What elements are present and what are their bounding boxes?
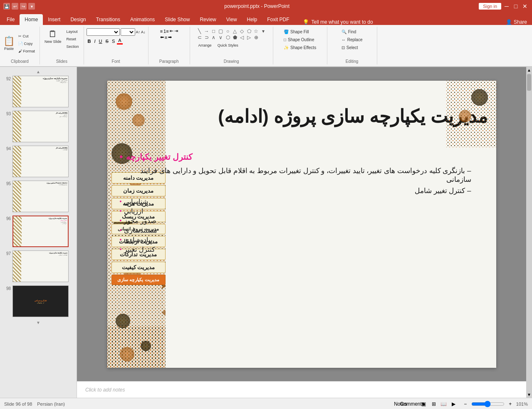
tab-file[interactable]: File — [2, 14, 20, 25]
slide-thumb-95[interactable]: 95 Project charter منشور پروژه محتوا و ا… — [2, 180, 75, 213]
reset-button[interactable]: Reset — [64, 36, 81, 42]
shape-more[interactable]: ▾ — [260, 28, 267, 34]
align-right-button[interactable]: ➡ — [168, 35, 172, 40]
decrease-indent-button[interactable]: ⇤ — [170, 28, 173, 34]
tab-home[interactable]: Home — [20, 14, 43, 25]
replace-button[interactable]: ↔ Replace — [339, 36, 365, 43]
normal-view-button[interactable]: ▣ — [420, 400, 428, 408]
slideshow-button[interactable]: ▶ — [450, 400, 458, 408]
tab-view[interactable]: View — [221, 14, 242, 25]
font-size-select[interactable] — [121, 28, 135, 36]
slide-thumb-94[interactable]: 94 (SOW) برنامه کار اطلاعات — [2, 145, 75, 178]
strikethrough-button[interactable]: S — [104, 38, 110, 44]
slide-canvas[interactable]: ➤ ◆ مدیریت دامنه مدیریت زمان مدیریت هزین… — [107, 81, 496, 368]
scroll-up-button[interactable]: ▲ — [2, 69, 75, 75]
shape-3[interactable]: ⊃ — [203, 35, 210, 40]
shape-line[interactable]: ╲ — [196, 28, 203, 34]
tab-foxit[interactable]: Foxit PDF — [262, 14, 294, 25]
shape-4[interactable]: ∧ — [210, 35, 217, 40]
slide-sorter-button[interactable]: ⊞ — [430, 400, 438, 408]
align-center-button[interactable]: ≡ — [165, 35, 167, 40]
layout-button[interactable]: Layout — [64, 28, 81, 35]
bold-button[interactable]: B — [87, 38, 92, 44]
paste-button[interactable]: 📋 Paste — [2, 36, 15, 52]
reading-view-button[interactable]: 📖 — [440, 400, 448, 408]
shape-5[interactable]: ∨ — [218, 35, 224, 40]
shape-star[interactable]: ☆ — [253, 28, 260, 34]
shape-8[interactable]: ◁ — [239, 35, 245, 40]
align-left-button[interactable]: ⬅ — [160, 35, 164, 40]
tab-design[interactable]: Design — [65, 14, 91, 25]
font-color-button[interactable]: A — [117, 37, 122, 45]
font-family-select[interactable] — [87, 28, 120, 36]
settings-icon[interactable]: ▾ — [28, 3, 35, 10]
new-slide-button[interactable]: 🗒 New Slide — [42, 28, 64, 45]
underline-button[interactable]: U — [98, 38, 104, 44]
format-painter-button[interactable]: 🖌 Format — [16, 48, 37, 55]
numbering-button[interactable]: 1≡ — [163, 28, 169, 34]
arrange-button[interactable]: Arrange — [196, 42, 214, 49]
bullets-button[interactable]: ≡ — [160, 28, 163, 34]
select-button[interactable]: ⊡ Select — [339, 44, 360, 51]
shape-parallelogram[interactable]: ◇ — [239, 28, 245, 34]
shape-rounded-rect[interactable]: ▢ — [218, 28, 224, 34]
shape-7[interactable]: ⬟ — [232, 35, 238, 40]
tab-transitions[interactable]: Transitions — [91, 14, 125, 25]
scroll-down-button[interactable]: ▼ — [2, 320, 75, 326]
tab-slideshow[interactable]: Slide Show — [160, 14, 195, 25]
increase-indent-button[interactable]: ⇥ — [174, 28, 178, 34]
quick-styles-button[interactable]: Quick Styles — [215, 42, 240, 49]
slide-preview-92: مدیریت یکپارچه سازی پروژه • کنترل تغییر … — [12, 76, 69, 107]
increase-font-button[interactable]: A↑ — [136, 28, 141, 36]
slide-thumb-97[interactable]: 97 مدیریت یکپارچه سازی پروژه اطلاعات اضا… — [2, 250, 75, 283]
shape-rect[interactable]: □ — [210, 28, 217, 34]
shape-6[interactable]: ⬡ — [225, 35, 231, 40]
shape-arrow[interactable]: → — [203, 28, 210, 34]
share-button[interactable]: 👤 Share — [501, 19, 532, 25]
italic-button[interactable]: I — [93, 38, 97, 44]
shape-outline-button[interactable]: □ Shape Outline — [282, 36, 316, 43]
maximize-button[interactable]: □ — [512, 2, 520, 10]
slide-thumb-96[interactable]: 96 مدیریت یکپارچه سازی پروژه • کنترل تغی… — [2, 215, 75, 248]
scroll-thumb[interactable] — [527, 74, 531, 91]
save-icon[interactable]: 💾 — [3, 3, 10, 10]
section-button[interactable]: Section — [64, 43, 81, 50]
minimize-button[interactable]: ─ — [503, 2, 510, 10]
zoom-slider[interactable] — [471, 401, 505, 407]
scroll-up-arrow[interactable]: ▲ — [526, 67, 532, 73]
close-button[interactable]: ✕ — [521, 2, 529, 10]
shape-pentagon[interactable]: ⬠ — [246, 28, 252, 34]
tab-insert[interactable]: Insert — [43, 14, 65, 25]
filename-label: powerpoint.pptx - PowerPoint — [224, 3, 290, 9]
slide-thumb-93[interactable]: 93 (SOW) برنامه کار محتوی توضیحات متن — [2, 110, 75, 143]
shape-effects-button[interactable]: ✨ Shape Effects — [282, 44, 318, 51]
shape-fill-button[interactable]: 🪣 Shape Fill — [282, 28, 311, 35]
zoom-in-button[interactable]: + — [506, 400, 515, 408]
copy-button[interactable]: 📄 Copy — [16, 40, 37, 47]
shape-2[interactable]: ⊂ — [196, 35, 203, 40]
tab-help[interactable]: Help — [242, 14, 262, 25]
comments-button[interactable]: Comments — [408, 400, 416, 408]
right-scrollbar[interactable]: ▲ ▼ — [526, 67, 532, 398]
shape-oval[interactable]: ○ — [225, 28, 231, 34]
slide-num-94: 94 — [2, 146, 11, 151]
zoom-out-button[interactable]: − — [461, 400, 470, 408]
scroll-down-arrow[interactable]: ▼ — [526, 392, 532, 398]
notes-bar[interactable]: Click to add notes — [77, 381, 526, 398]
slide-thumb-98[interactable]: 98 تشکر و سپاس از توجهتان — [2, 285, 75, 318]
tab-review[interactable]: Review — [195, 14, 221, 25]
shape-triangle[interactable]: △ — [232, 28, 238, 34]
decrease-font-button[interactable]: A↓ — [141, 28, 146, 36]
redo-icon[interactable]: ↪ — [20, 3, 27, 10]
cut-button[interactable]: ✂ Cut — [16, 33, 37, 40]
undo-icon[interactable]: ↩ — [12, 3, 18, 10]
shape-options-group: 🪣 Shape Fill □ Shape Outline ✨ Shape Eff… — [273, 27, 327, 64]
slide-thumb-92[interactable]: 92 مدیریت یکپارچه سازی پروژه • کنترل تغی… — [2, 75, 75, 108]
sign-in-button[interactable]: Sign in — [479, 3, 501, 10]
shadow-button[interactable]: S — [111, 38, 116, 44]
shape-10[interactable]: ⊕ — [253, 35, 260, 40]
tab-animations[interactable]: Animations — [125, 14, 160, 25]
shape-9[interactable]: ▷ — [246, 35, 252, 40]
slide-panel[interactable]: ▲ 92 مدیریت یکپارچه سازی پروژه • کنترل ت… — [0, 67, 77, 398]
find-button[interactable]: 🔍 Find — [339, 28, 358, 35]
